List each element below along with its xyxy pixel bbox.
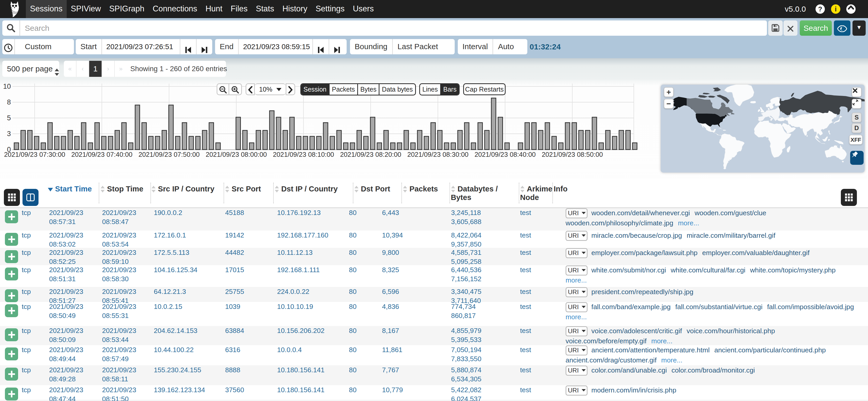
svg-text:5: 5 (7, 114, 11, 122)
svg-text:2021/09/23 07:50:00: 2021/09/23 07:50:00 (138, 151, 200, 158)
svg-text:8: 8 (7, 98, 11, 106)
svg-text:2021/09/23 07:30:00: 2021/09/23 07:30:00 (4, 151, 65, 158)
svg-text:2021/09/23 08:20:00: 2021/09/23 08:20:00 (340, 151, 401, 158)
svg-text:2021/09/23 08:30:00: 2021/09/23 08:30:00 (407, 151, 469, 158)
svg-text:2021/09/23 08:50:00: 2021/09/23 08:50:00 (542, 151, 603, 158)
svg-text:3: 3 (7, 130, 11, 138)
svg-text:10: 10 (3, 83, 11, 90)
svg-text:2021/09/23 08:40:00: 2021/09/23 08:40:00 (474, 151, 536, 158)
svg-text:2021/09/23 08:10:00: 2021/09/23 08:10:00 (273, 151, 334, 158)
svg-text:2021/09/23 08:00:00: 2021/09/23 08:00:00 (206, 151, 267, 158)
svg-text:2021/09/23 07:40:00: 2021/09/23 07:40:00 (71, 151, 133, 158)
